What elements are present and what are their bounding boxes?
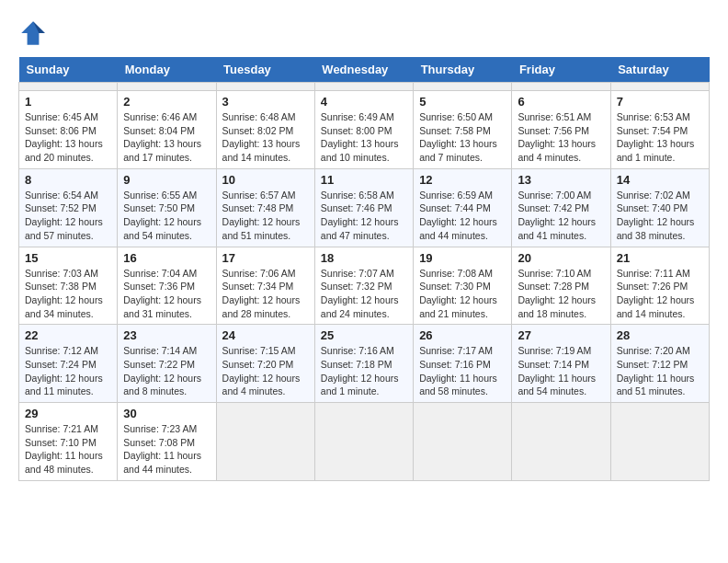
day-number: 7: [617, 95, 703, 109]
day-number: 26: [419, 328, 506, 342]
calendar-week: 8Sunrise: 6:54 AMSunset: 7:52 PMDaylight…: [19, 168, 710, 247]
day-number: 5: [419, 95, 506, 109]
day-number: 14: [617, 173, 703, 187]
col-header-monday: Monday: [118, 57, 216, 83]
calendar-cell: [512, 83, 610, 91]
calendar-cell: 24Sunrise: 7:15 AMSunset: 7:20 PMDayligh…: [216, 325, 314, 403]
day-info: Sunrise: 7:08 AMSunset: 7:30 PMDaylight:…: [419, 267, 506, 321]
calendar-cell: [19, 83, 118, 91]
day-info: Sunrise: 6:46 AMSunset: 8:04 PMDaylight:…: [123, 110, 210, 165]
calendar-cell: 12Sunrise: 6:59 AMSunset: 7:44 PMDayligh…: [414, 168, 512, 247]
day-info: Sunrise: 6:51 AMSunset: 7:56 PMDaylight:…: [518, 110, 604, 165]
day-info: Sunrise: 7:21 AMSunset: 7:10 PMDaylight:…: [25, 422, 111, 477]
day-info: Sunrise: 7:03 AMSunset: 7:38 PMDaylight:…: [25, 267, 111, 321]
day-number: 10: [222, 173, 309, 187]
calendar-cell: 1Sunrise: 6:45 AMSunset: 8:06 PMDaylight…: [19, 91, 118, 169]
day-number: 29: [25, 407, 111, 420]
calendar-cell: [414, 83, 512, 91]
calendar-week: 1Sunrise: 6:45 AMSunset: 8:06 PMDaylight…: [19, 91, 710, 169]
calendar-cell: 10Sunrise: 6:57 AMSunset: 7:48 PMDayligh…: [216, 168, 314, 247]
calendar-cell: [610, 403, 709, 481]
calendar-cell: [610, 83, 709, 91]
day-info: Sunrise: 6:49 AMSunset: 8:00 PMDaylight:…: [321, 110, 407, 165]
day-number: 3: [222, 95, 309, 109]
day-number: 18: [321, 251, 407, 265]
day-info: Sunrise: 7:04 AMSunset: 7:36 PMDaylight:…: [123, 267, 210, 321]
day-info: Sunrise: 6:55 AMSunset: 7:50 PMDaylight:…: [123, 189, 210, 243]
day-info: Sunrise: 6:59 AMSunset: 7:44 PMDaylight:…: [419, 189, 506, 243]
calendar-cell: [512, 403, 610, 481]
col-header-sunday: Sunday: [19, 57, 118, 83]
day-number: 16: [123, 251, 210, 265]
calendar-cell: 9Sunrise: 6:55 AMSunset: 7:50 PMDaylight…: [118, 168, 216, 247]
calendar-cell: [216, 83, 314, 91]
day-number: 13: [518, 173, 604, 187]
col-header-tuesday: Tuesday: [216, 57, 314, 83]
calendar-cell: 26Sunrise: 7:17 AMSunset: 7:16 PMDayligh…: [414, 325, 512, 403]
calendar-week: [19, 83, 710, 91]
day-number: 12: [419, 173, 506, 187]
day-info: Sunrise: 6:53 AMSunset: 7:54 PMDaylight:…: [617, 110, 703, 165]
day-number: 23: [123, 328, 210, 342]
calendar-cell: 7Sunrise: 6:53 AMSunset: 7:54 PMDaylight…: [610, 91, 709, 169]
day-number: 28: [617, 328, 703, 342]
day-number: 8: [25, 173, 111, 187]
calendar-cell: 5Sunrise: 6:50 AMSunset: 7:58 PMDaylight…: [414, 91, 512, 169]
day-number: 24: [222, 328, 309, 342]
calendar-cell: [314, 83, 413, 91]
logo-icon: [18, 18, 48, 48]
day-info: Sunrise: 7:07 AMSunset: 7:32 PMDaylight:…: [321, 267, 407, 321]
day-number: 9: [123, 173, 210, 187]
calendar-cell: 14Sunrise: 7:02 AMSunset: 7:40 PMDayligh…: [610, 168, 709, 247]
day-number: 22: [25, 328, 111, 342]
day-info: Sunrise: 7:10 AMSunset: 7:28 PMDaylight:…: [518, 267, 604, 321]
calendar-cell: 21Sunrise: 7:11 AMSunset: 7:26 PMDayligh…: [610, 247, 709, 325]
calendar-cell: 17Sunrise: 7:06 AMSunset: 7:34 PMDayligh…: [216, 247, 314, 325]
col-header-thursday: Thursday: [414, 57, 512, 83]
day-info: Sunrise: 7:16 AMSunset: 7:18 PMDaylight:…: [321, 344, 407, 398]
calendar-cell: 16Sunrise: 7:04 AMSunset: 7:36 PMDayligh…: [118, 247, 216, 325]
day-number: 4: [321, 95, 407, 109]
calendar-cell: 6Sunrise: 6:51 AMSunset: 7:56 PMDaylight…: [512, 91, 610, 169]
day-number: 30: [123, 407, 210, 420]
calendar-cell: 18Sunrise: 7:07 AMSunset: 7:32 PMDayligh…: [314, 247, 413, 325]
day-info: Sunrise: 6:54 AMSunset: 7:52 PMDaylight:…: [25, 189, 111, 243]
calendar-cell: 15Sunrise: 7:03 AMSunset: 7:38 PMDayligh…: [19, 247, 118, 325]
calendar-cell: 19Sunrise: 7:08 AMSunset: 7:30 PMDayligh…: [414, 247, 512, 325]
day-number: 15: [25, 251, 111, 265]
day-number: 21: [617, 251, 703, 265]
day-info: Sunrise: 7:15 AMSunset: 7:20 PMDaylight:…: [222, 344, 309, 398]
calendar-week: 29Sunrise: 7:21 AMSunset: 7:10 PMDayligh…: [19, 403, 710, 481]
calendar-cell: 23Sunrise: 7:14 AMSunset: 7:22 PMDayligh…: [118, 325, 216, 403]
day-info: Sunrise: 7:11 AMSunset: 7:26 PMDaylight:…: [617, 267, 703, 321]
day-number: 27: [518, 328, 604, 342]
day-number: 17: [222, 251, 309, 265]
calendar-cell: [118, 83, 216, 91]
day-number: 11: [321, 173, 407, 187]
day-info: Sunrise: 7:19 AMSunset: 7:14 PMDaylight:…: [518, 344, 604, 398]
calendar-cell: [216, 403, 314, 481]
calendar-cell: [314, 403, 413, 481]
calendar-cell: 4Sunrise: 6:49 AMSunset: 8:00 PMDaylight…: [314, 91, 413, 169]
calendar-table: SundayMondayTuesdayWednesdayThursdayFrid…: [18, 57, 710, 481]
day-number: 6: [518, 95, 604, 109]
day-info: Sunrise: 7:23 AMSunset: 7:08 PMDaylight:…: [123, 422, 210, 477]
logo: [18, 18, 51, 48]
calendar-cell: [414, 403, 512, 481]
day-info: Sunrise: 7:02 AMSunset: 7:40 PMDaylight:…: [617, 189, 703, 243]
col-header-wednesday: Wednesday: [314, 57, 413, 83]
day-info: Sunrise: 7:06 AMSunset: 7:34 PMDaylight:…: [222, 267, 309, 321]
calendar-cell: 8Sunrise: 6:54 AMSunset: 7:52 PMDaylight…: [19, 168, 118, 247]
calendar-cell: 2Sunrise: 6:46 AMSunset: 8:04 PMDaylight…: [118, 91, 216, 169]
day-number: 20: [518, 251, 604, 265]
day-info: Sunrise: 7:20 AMSunset: 7:12 PMDaylight:…: [617, 344, 703, 398]
calendar-cell: 13Sunrise: 7:00 AMSunset: 7:42 PMDayligh…: [512, 168, 610, 247]
calendar-cell: 22Sunrise: 7:12 AMSunset: 7:24 PMDayligh…: [19, 325, 118, 403]
day-info: Sunrise: 6:50 AMSunset: 7:58 PMDaylight:…: [419, 110, 506, 165]
calendar-cell: 20Sunrise: 7:10 AMSunset: 7:28 PMDayligh…: [512, 247, 610, 325]
day-info: Sunrise: 7:12 AMSunset: 7:24 PMDaylight:…: [25, 344, 111, 398]
day-info: Sunrise: 6:57 AMSunset: 7:48 PMDaylight:…: [222, 189, 309, 243]
day-info: Sunrise: 6:45 AMSunset: 8:06 PMDaylight:…: [25, 110, 111, 165]
calendar-week: 22Sunrise: 7:12 AMSunset: 7:24 PMDayligh…: [19, 325, 710, 403]
day-info: Sunrise: 6:48 AMSunset: 8:02 PMDaylight:…: [222, 110, 309, 165]
